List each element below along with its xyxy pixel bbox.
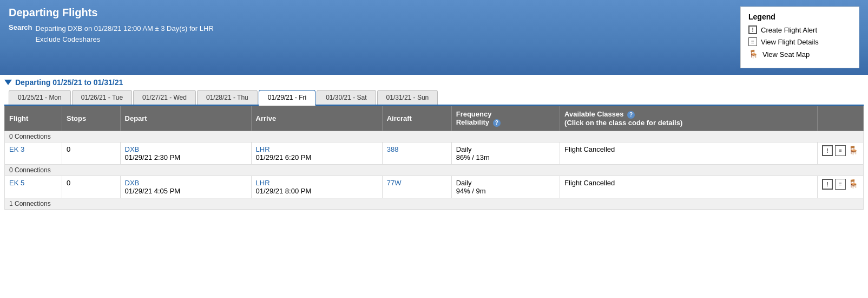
view-details-btn-ek3[interactable]: ≡ <box>835 145 846 156</box>
cell-arrive-1: LHR 01/29/21 6:20 PM <box>251 142 382 164</box>
date-range-section: Departing 01/25/21 to 01/31/21 01/25/21 … <box>0 75 868 106</box>
page-title: Departing Flights <box>9 7 214 19</box>
connection-label-3: 1 Connections <box>5 198 864 209</box>
legend-seat-label: View Seat Map <box>762 50 810 59</box>
table-wrapper: Flight Stops Depart Arrive Aircraft Freq… <box>0 106 868 214</box>
col-flight: Flight <box>5 106 62 131</box>
view-details-btn-ek5[interactable]: ≡ <box>835 179 846 190</box>
cell-actions-1: ! ≡ 🪑 <box>818 142 864 164</box>
view-seat-btn-ek5[interactable]: 🪑 <box>848 179 859 189</box>
depart-time-ek5: 01/29/21 4:05 PM <box>125 187 181 195</box>
action-icons-ek5: ! ≡ 🪑 <box>822 179 859 190</box>
legend-title: Legend <box>748 12 851 21</box>
header-section: Departing Flights Search Departing DXB o… <box>0 0 868 75</box>
cell-flight-1: EK 3 <box>5 142 62 164</box>
search-info: Search Departing DXB on 01/28/21 12:00 A… <box>9 23 214 44</box>
action-icons-ek3: ! ≡ 🪑 <box>822 145 859 156</box>
details-icon: ≡ <box>748 37 757 46</box>
cell-depart-2: DXB 01/29/21 4:05 PM <box>120 176 251 198</box>
depart-time-ek3: 01/29/21 2:30 PM <box>125 153 181 161</box>
collapse-icon[interactable] <box>4 80 12 85</box>
view-seat-btn-ek3[interactable]: 🪑 <box>848 145 859 156</box>
cell-aircraft-2: 77W <box>382 176 451 198</box>
col-depart: Depart <box>120 106 251 131</box>
table-row: EK 3 0 DXB 01/29/21 2:30 PM LHR 01/29/21… <box>5 142 864 164</box>
header-left: Departing Flights Search Departing DXB o… <box>9 7 214 44</box>
col-classes: Available Classes ? (Click on the class … <box>560 106 818 131</box>
search-label: Search <box>9 23 32 44</box>
create-alert-btn-ek5[interactable]: ! <box>822 179 833 190</box>
legend-box: Legend ! Create Flight Alert ≡ View Flig… <box>740 7 859 68</box>
legend-view-seat[interactable]: 🪑 View Seat Map <box>748 49 851 59</box>
flight-link-ek5[interactable]: EK 5 <box>9 179 24 187</box>
connection-row-3: 1 Connections <box>5 198 864 209</box>
legend-alert-label: Create Flight Alert <box>761 26 817 34</box>
connection-label-1: 0 Connections <box>5 131 864 142</box>
depart-airport-ek5[interactable]: DXB <box>125 179 140 187</box>
arrive-time-ek5: 01/29/21 8:00 PM <box>256 187 312 195</box>
classes-status-ek5: Flight Cancelled <box>564 179 615 187</box>
arrive-airport-ek3[interactable]: LHR <box>256 145 270 153</box>
col-actions <box>818 106 864 131</box>
cell-classes-2: Flight Cancelled <box>560 176 818 198</box>
depart-airport-ek3[interactable]: DXB <box>125 145 140 153</box>
classes-help-icon[interactable]: ? <box>627 111 635 119</box>
flights-table: Flight Stops Depart Arrive Aircraft Freq… <box>4 106 864 210</box>
cell-flight-2: EK 5 <box>5 176 62 198</box>
cell-stops-1: 0 <box>62 142 121 164</box>
cell-actions-2: ! ≡ 🪑 <box>818 176 864 198</box>
flight-link-ek3[interactable]: EK 3 <box>9 145 24 153</box>
legend-details-label: View Flight Details <box>761 38 819 46</box>
aircraft-link-ek5[interactable]: 77W <box>387 179 402 187</box>
create-alert-btn-ek3[interactable]: ! <box>822 145 833 156</box>
frequency-ek5: Daily <box>456 179 472 187</box>
cell-stops-2: 0 <box>62 176 121 198</box>
tab-wed[interactable]: 01/27/21 - Wed <box>133 90 196 105</box>
frequency-ek3: Daily <box>456 145 472 153</box>
seat-icon: 🪑 <box>748 49 759 59</box>
col-stops: Stops <box>62 106 121 131</box>
reliability-ek3: 86% / 13m <box>456 153 490 161</box>
legend-create-alert[interactable]: ! Create Flight Alert <box>748 25 851 34</box>
alert-icon: ! <box>748 25 757 34</box>
legend-view-details[interactable]: ≡ View Flight Details <box>748 37 851 46</box>
arrive-airport-ek5[interactable]: LHR <box>256 179 270 187</box>
cell-frequency-1: Daily 86% / 13m <box>451 142 560 164</box>
frequency-help-icon[interactable]: ? <box>493 119 501 127</box>
tab-mon[interactable]: 01/25/21 - Mon <box>9 90 71 105</box>
classes-status-ek3: Flight Cancelled <box>564 145 615 153</box>
date-range-label: Departing 01/25/21 to 01/31/21 <box>15 78 123 87</box>
tab-sat[interactable]: 01/30/21 - Sat <box>317 90 376 105</box>
tab-tue[interactable]: 01/26/21 - Tue <box>72 90 132 105</box>
cell-frequency-2: Daily 94% / 9m <box>451 176 560 198</box>
cell-depart-1: DXB 01/29/21 2:30 PM <box>120 142 251 164</box>
aircraft-link-ek3[interactable]: 388 <box>387 145 399 153</box>
cell-aircraft-1: 388 <box>382 142 451 164</box>
connection-row-2: 0 Connections <box>5 164 864 176</box>
date-range-header: Departing 01/25/21 to 01/31/21 <box>4 78 864 87</box>
cell-arrive-2: LHR 01/29/21 8:00 PM <box>251 176 382 198</box>
table-row: EK 5 0 DXB 01/29/21 4:05 PM LHR 01/29/21… <box>5 176 864 198</box>
col-frequency: FrequencyReliability ? <box>451 106 560 131</box>
tab-thu[interactable]: 01/28/21 - Thu <box>197 90 258 105</box>
search-value: Departing DXB on 01/28/21 12:00 AM ± 3 D… <box>35 23 213 44</box>
reliability-ek5: 94% / 9m <box>456 187 486 195</box>
col-aircraft: Aircraft <box>382 106 451 131</box>
tabs-container: 01/25/21 - Mon 01/26/21 - Tue 01/27/21 -… <box>4 90 864 106</box>
arrive-time-ek3: 01/29/21 6:20 PM <box>256 153 312 161</box>
table-header-row: Flight Stops Depart Arrive Aircraft Freq… <box>5 106 864 131</box>
connection-label-2: 0 Connections <box>5 164 864 176</box>
tab-fri[interactable]: 01/29/21 - Fri <box>259 90 315 106</box>
connection-row-1: 0 Connections <box>5 131 864 142</box>
col-arrive: Arrive <box>251 106 382 131</box>
cell-classes-1: Flight Cancelled <box>560 142 818 164</box>
tab-sun[interactable]: 01/31/21 - Sun <box>377 90 438 105</box>
